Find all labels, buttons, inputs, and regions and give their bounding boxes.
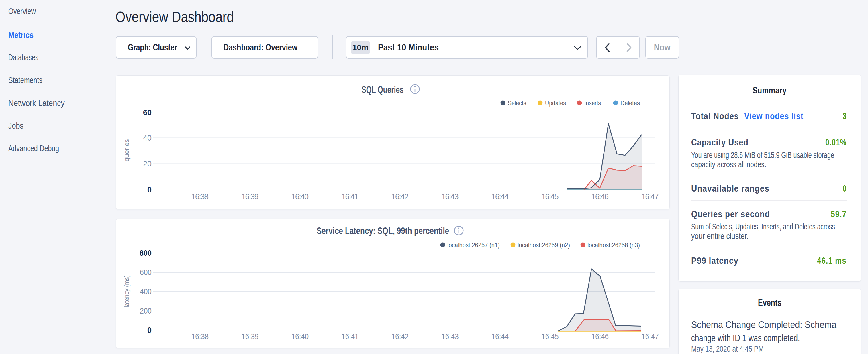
svg-text:16:46: 16:46 <box>591 332 609 341</box>
svg-text:Service Latency: SQL, 99th per: Service Latency: SQL, 99th percentile <box>317 225 449 236</box>
svg-text:16:38: 16:38 <box>191 192 209 201</box>
svg-text:16:42: 16:42 <box>392 192 409 201</box>
svg-text:16:45: 16:45 <box>541 332 559 341</box>
svg-text:16:40: 16:40 <box>291 332 309 341</box>
svg-text:0: 0 <box>147 326 152 334</box>
svg-text:Updates: Updates <box>545 99 566 106</box>
svg-text:16:41: 16:41 <box>342 192 359 201</box>
svg-text:16:39: 16:39 <box>242 332 259 341</box>
svg-text:16:39: 16:39 <box>242 192 259 201</box>
svg-text:16:46: 16:46 <box>591 192 609 201</box>
svg-text:16:43: 16:43 <box>442 192 459 201</box>
svg-text:20: 20 <box>143 160 152 168</box>
svg-text:40: 40 <box>143 134 152 142</box>
svg-text:800: 800 <box>140 249 152 257</box>
svg-text:16:44: 16:44 <box>492 192 509 201</box>
svg-text:Deletes: Deletes <box>620 99 640 106</box>
svg-text:16:38: 16:38 <box>191 332 209 341</box>
svg-text:localhost:26257 (n1): localhost:26257 (n1) <box>447 242 500 249</box>
svg-text:16:43: 16:43 <box>442 332 459 341</box>
svg-text:400: 400 <box>140 287 152 296</box>
svg-text:16:42: 16:42 <box>392 332 409 341</box>
svg-text:16:47: 16:47 <box>642 192 659 201</box>
svg-text:16:44: 16:44 <box>492 332 509 341</box>
svg-text:16:40: 16:40 <box>291 192 309 201</box>
svg-text:600: 600 <box>140 268 152 277</box>
svg-text:200: 200 <box>140 307 152 315</box>
svg-text:Inserts: Inserts <box>584 99 601 106</box>
svg-text:localhost:26259 (n2): localhost:26259 (n2) <box>518 242 570 249</box>
svg-text:0: 0 <box>147 186 152 194</box>
svg-text:queries: queries <box>123 139 130 162</box>
svg-text:localhost:26258 (n3): localhost:26258 (n3) <box>587 242 640 249</box>
svg-text:latency (ms): latency (ms) <box>123 275 130 308</box>
svg-text:60: 60 <box>143 108 152 117</box>
svg-text:16:45: 16:45 <box>541 192 559 201</box>
svg-text:16:41: 16:41 <box>342 332 359 341</box>
svg-text:Selects: Selects <box>508 99 526 106</box>
svg-text:16:47: 16:47 <box>642 332 659 341</box>
svg-text:SQL Queries: SQL Queries <box>362 84 404 95</box>
